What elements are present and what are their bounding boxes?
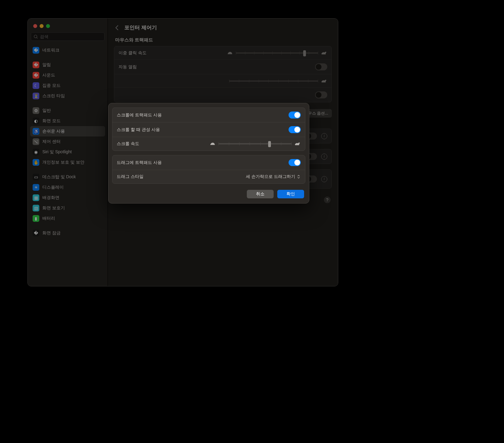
sidebar-item-9[interactable]: ♿손쉬운 사용 (30, 126, 105, 136)
close-window-button[interactable] (33, 24, 37, 28)
sidebar: �네트워크�알림�사운드☾집중 모드⏳스크린 타임⚙일반◐화면 모드♿손쉬운 사… (28, 19, 108, 286)
toggle-drag-trackpad[interactable] (289, 159, 301, 166)
sidebar-item-0[interactable]: �네트워크 (30, 45, 105, 55)
sidebar-item-label: 화면 보호기 (42, 205, 65, 211)
rabbit-icon (294, 141, 301, 146)
trackpad-options-sheet: 스크롤에 트랙패드 사용 스크롤 할 때 관성 사용 스크롤 속도 드래그에 트… (108, 103, 309, 204)
row-hidden-toggle (114, 88, 332, 102)
sidebar-item-17[interactable]: ▧화면 보호기 (30, 203, 105, 213)
drag-style-value: 세 손가락으로 드래그하기 (246, 174, 295, 179)
main-header: 포인터 제어기 (114, 24, 332, 31)
sidebar-item-label: 손쉬운 사용 (42, 129, 65, 134)
sidebar-item-label: 디스플레이 (42, 185, 64, 190)
sidebar-item-label: 스크린 타임 (42, 93, 65, 99)
toggle-auto-open[interactable] (315, 63, 327, 70)
toggle-scroll-trackpad[interactable] (289, 112, 301, 119)
sidebar-item-12[interactable]: ✋개인정보 보호 및 보안 (30, 157, 105, 168)
sidebar-item-10[interactable]: ⌥제어 센터 (30, 136, 105, 147)
sidebar-item-14[interactable]: ▭데스크탑 및 Dock (30, 172, 105, 182)
cancel-button[interactable]: 취소 (247, 190, 274, 198)
help-button[interactable]: ? (324, 197, 331, 203)
wallpaper-icon: ▦ (33, 194, 39, 201)
sidebar-item-3[interactable]: �사운드 (30, 70, 105, 80)
info-icon[interactable]: i (321, 133, 327, 139)
panel-drag: 드래그에 트랙패드 사용 드래그 스타일 세 손가락으로 드래그하기 (112, 155, 305, 184)
battery-icon: ▮ (33, 215, 39, 222)
row-hidden-slider (114, 74, 332, 88)
moon-icon: ☾ (33, 82, 39, 89)
lock-icon: � (33, 230, 39, 236)
drag-trackpad-label: 드래그에 트랙패드 사용 (117, 160, 162, 165)
toggle-scroll-inertia[interactable] (289, 126, 301, 133)
scroll-trackpad-label: 스크롤에 트랙패드 사용 (117, 112, 162, 118)
row-scroll-trackpad: 스크롤에 트랙패드 사용 (112, 108, 305, 122)
scroll-speed-label: 스크롤 속도 (117, 141, 139, 147)
siri-icon: ◉ (33, 149, 39, 155)
slider-knob[interactable] (268, 141, 271, 147)
slider-knob[interactable] (303, 50, 306, 56)
sidebar-item-label: Siri 및 Spotlight (42, 149, 72, 155)
sidebar-item-16[interactable]: ▦배경화면 (30, 193, 105, 203)
hourglass-icon: ⏳ (33, 93, 39, 99)
row-scroll-speed: 스크롤 속도 (112, 137, 305, 151)
sidebar-item-5[interactable]: ⏳스크린 타임 (30, 91, 105, 101)
svg-line-1 (37, 37, 37, 38)
scroll-inertia-label: 스크롤 할 때 관성 사용 (117, 127, 160, 133)
maximize-window-button[interactable] (46, 24, 50, 28)
brightness-icon: ☀ (33, 184, 39, 191)
sidebar-item-label: 배경화면 (42, 195, 59, 200)
traffic-lights (30, 22, 105, 32)
row-scroll-inertia: 스크롤 할 때 관성 사용 (112, 122, 305, 137)
hidden-speed-slider[interactable] (227, 79, 327, 83)
updown-icon (297, 174, 301, 179)
rabbit-icon (321, 51, 327, 55)
auto-open-label: 자동 열림 (119, 64, 137, 70)
sidebar-item-20[interactable]: �화면 잠금 (30, 228, 105, 238)
screensaver-icon: ▧ (33, 205, 39, 211)
info-icon[interactable]: i (321, 154, 327, 160)
search-icon (34, 34, 38, 39)
sidebar-item-8[interactable]: ◐화면 모드 (30, 116, 105, 126)
gear-icon: ⚙ (33, 107, 39, 114)
sidebar-item-label: 제어 센터 (42, 139, 61, 144)
accessibility-icon: ♿ (33, 128, 39, 135)
drag-style-popup[interactable]: 세 손가락으로 드래그하기 (246, 174, 301, 179)
appearance-icon: ◐ (33, 118, 39, 124)
row-double-click-speed: 이중 클릭 속도 (114, 46, 332, 60)
info-icon[interactable]: i (321, 176, 327, 182)
search-field[interactable] (31, 32, 105, 41)
desktop-icon: ▭ (33, 174, 39, 180)
sidebar-item-label: 화면 모드 (42, 118, 61, 124)
sidebar-item-7[interactable]: ⚙일반 (30, 105, 105, 116)
sidebar-item-label: 개인정보 보호 및 보안 (42, 160, 84, 165)
minimize-window-button[interactable] (40, 24, 44, 28)
sidebar-item-label: 네트워크 (42, 48, 59, 53)
rabbit-icon (321, 79, 327, 83)
sheet-footer: 취소 확인 (112, 188, 305, 200)
ok-button[interactable]: 확인 (277, 190, 304, 198)
back-button[interactable] (114, 25, 119, 30)
sidebar-item-18[interactable]: ▮배터리 (30, 213, 105, 224)
sidebar-item-15[interactable]: ☀디스플레이 (30, 182, 105, 193)
double-click-speed-slider[interactable] (227, 51, 327, 55)
globe-icon: � (33, 47, 39, 54)
drag-style-label: 드래그 스타일 (117, 174, 144, 179)
sidebar-item-2[interactable]: �알림 (30, 60, 105, 70)
panel-speed: 이중 클릭 속도 자동 열림 (114, 46, 332, 102)
page-title: 포인터 제어기 (124, 24, 157, 31)
sidebar-item-11[interactable]: ◉Siri 및 Spotlight (30, 147, 105, 157)
sidebar-item-label: 배터리 (42, 216, 55, 221)
sidebar-item-4[interactable]: ☾집중 모드 (30, 80, 105, 91)
hand-icon: ✋ (33, 159, 39, 166)
slider-track[interactable] (218, 143, 292, 144)
sidebar-item-label: 사운드 (42, 73, 55, 78)
slider-track[interactable] (236, 52, 318, 54)
bell-icon: � (33, 62, 39, 68)
row-drag-trackpad: 드래그에 트랙패드 사용 (112, 155, 305, 170)
scroll-speed-slider[interactable] (209, 141, 301, 146)
sidebar-item-label: 화면 잠금 (42, 230, 61, 236)
search-input[interactable] (40, 34, 102, 39)
toggle-hidden[interactable] (315, 91, 327, 98)
row-drag-style: 드래그 스타일 세 손가락으로 드래그하기 (112, 170, 305, 183)
row-auto-open: 자동 열림 (114, 60, 332, 74)
